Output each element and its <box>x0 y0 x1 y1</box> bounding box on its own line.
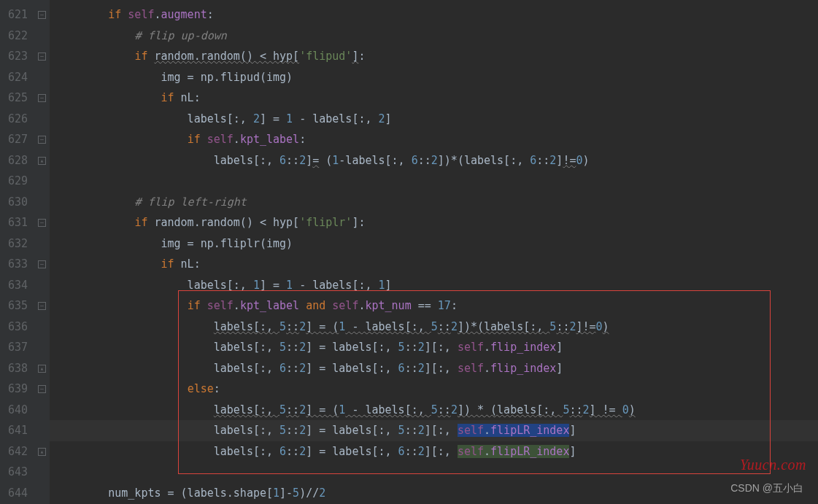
line-number: 643 <box>6 462 28 483</box>
code-line[interactable]: if self.kpt_label and self.kpt_num == 17… <box>50 295 818 317</box>
line-number: 621 <box>6 4 28 26</box>
code-line[interactable]: if self.kpt_label: <box>50 129 818 150</box>
fold-marker-icon[interactable]: ▴ <box>38 157 46 165</box>
code-line[interactable]: if nL: <box>50 254 818 275</box>
code-line[interactable]: num_kpts = (labels.shape[1]-5)//2 <box>50 483 818 504</box>
code-line[interactable]: if random.random() < hyp['fliplr']: <box>50 212 818 233</box>
fold-marker-icon[interactable]: ▴ <box>38 365 46 373</box>
code-area[interactable]: if self.augment: # flip up-down if rando… <box>50 0 818 504</box>
fold-marker-icon[interactable]: − <box>38 136 46 144</box>
line-number: 640 <box>6 400 28 421</box>
code-line[interactable]: labels[:, 1] = 1 - labels[:, 1] <box>50 275 818 296</box>
line-number: 631 <box>6 212 28 233</box>
line-number: 644 <box>6 483 28 504</box>
line-number: 622 <box>6 26 28 47</box>
line-number: 630 <box>6 192 28 213</box>
fold-marker-icon[interactable]: − <box>38 302 46 310</box>
line-number: 623 <box>6 46 28 67</box>
code-line[interactable]: labels[:, 2] = 1 - labels[:, 2] <box>50 109 818 130</box>
line-number: 636 <box>6 317 28 338</box>
line-number: 624 <box>6 67 28 88</box>
code-line[interactable]: if nL: <box>50 88 818 109</box>
code-line[interactable]: # flip left-right <box>50 192 818 213</box>
code-line[interactable]: img = np.flipud(img) <box>50 67 818 88</box>
code-line[interactable]: else: <box>50 379 818 400</box>
watermark-csdn: CSDN @五小白 <box>730 482 803 495</box>
fold-marker-icon[interactable]: − <box>38 260 46 268</box>
watermark-site: Yuucn.com <box>740 457 806 473</box>
line-number: 639 <box>6 379 28 400</box>
code-line[interactable]: labels[:, 6::2]= (1-labels[:, 6::2])*(la… <box>50 150 818 171</box>
line-number: 635 <box>6 295 28 317</box>
fold-column: −−−−▴−−−▴−▴ <box>35 0 50 504</box>
line-number: 634 <box>6 275 28 296</box>
line-number: 627 <box>6 129 28 150</box>
fold-marker-icon[interactable]: − <box>38 11 46 19</box>
code-editor: 6216226236246256266276286296306316326336… <box>0 0 818 504</box>
code-line[interactable]: if self.augment: <box>50 4 818 26</box>
line-number: 632 <box>6 233 28 255</box>
code-line[interactable]: img = np.fliplr(img) <box>50 233 818 255</box>
code-line[interactable]: if random.random() < hyp['flipud']: <box>50 46 818 67</box>
line-number: 629 <box>6 171 28 192</box>
line-number: 625 <box>6 88 28 109</box>
code-line[interactable]: labels[:, 5::2] = (1 - labels[:, 5::2])*… <box>50 317 818 338</box>
fold-marker-icon[interactable]: − <box>38 219 46 227</box>
line-number: 628 <box>6 150 28 171</box>
code-line[interactable]: labels[:, 5::2] = labels[:, 5::2][:, sel… <box>50 337 818 358</box>
line-number: 642 <box>6 441 28 462</box>
code-line[interactable]: labels[:, 5::2] = (1 - labels[:, 5::2]) … <box>50 400 818 421</box>
line-number: 626 <box>6 109 28 130</box>
code-line[interactable]: labels[:, 6::2] = labels[:, 6::2][:, sel… <box>50 358 818 379</box>
code-line[interactable] <box>50 462 818 483</box>
line-number-gutter: 6216226236246256266276286296306316326336… <box>0 0 35 504</box>
fold-marker-icon[interactable]: − <box>38 94 46 102</box>
code-line[interactable] <box>50 171 818 192</box>
code-line[interactable]: # flip up-down <box>50 26 818 47</box>
line-number: 641 <box>6 420 28 441</box>
fold-marker-icon[interactable]: ▴ <box>38 448 46 456</box>
fold-marker-icon[interactable]: − <box>38 53 46 61</box>
code-line[interactable]: labels[:, 5::2] = labels[:, 5::2][:, sel… <box>50 420 818 441</box>
fold-marker-icon[interactable]: − <box>38 385 46 393</box>
line-number: 633 <box>6 254 28 275</box>
line-number: 637 <box>6 337 28 358</box>
line-number: 638 <box>6 358 28 379</box>
code-line[interactable]: labels[:, 6::2] = labels[:, 6::2][:, sel… <box>50 441 818 462</box>
